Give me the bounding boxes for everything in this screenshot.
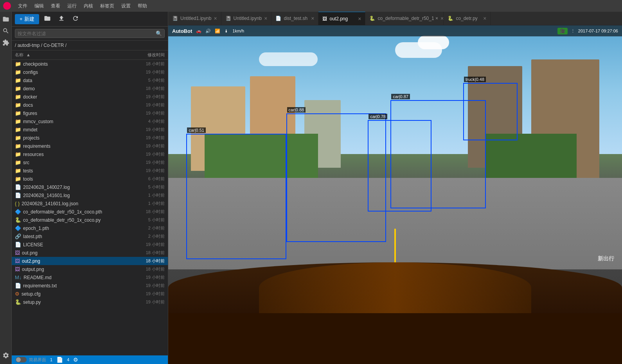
menu-tabs[interactable]: 标签页 xyxy=(97,1,117,11)
simple-mode-toggle[interactable]: 简易界面 xyxy=(16,357,46,363)
det-label-car4: car|0.87 xyxy=(391,94,410,99)
menu-help[interactable]: 帮助 xyxy=(135,1,150,11)
tab-item[interactable]: 📓 Untitled1.ipynb × xyxy=(168,12,221,25)
file-item[interactable]: 🖼 out2.png 18 小时前 xyxy=(12,257,168,265)
refresh-button[interactable] xyxy=(70,13,81,25)
file-item[interactable]: 🐍 co_deformable_detr_r50_1x_coco.py 5 小时… xyxy=(12,216,168,224)
tab-item[interactable]: 🐍 co_detr.py × xyxy=(444,12,491,25)
file-item[interactable]: 📁 configs 19 小时前 xyxy=(12,68,168,76)
name-column-header[interactable]: 名称 ▲ xyxy=(15,52,129,58)
file-type-icon: 🖼 xyxy=(15,258,20,264)
menu-edit[interactable]: 编辑 xyxy=(31,1,47,11)
new-button[interactable]: + 新建 xyxy=(15,14,39,24)
file-time: 19 小时前 xyxy=(133,143,165,149)
file-item[interactable]: 📁 requirements 19 小时前 xyxy=(12,142,168,150)
file-type-icon: 📄 xyxy=(15,192,21,198)
file-item[interactable]: 🔷 co_deformable_detr_r50_1x_coco.pth 18 … xyxy=(12,208,168,216)
file-time: 19 小时前 xyxy=(133,299,165,305)
file-item[interactable]: 📁 figures 19 小时前 xyxy=(12,109,168,117)
file-type-icon: 📁 xyxy=(15,102,21,108)
file-item[interactable]: 🔗 latest.pth 2 小时前 xyxy=(12,232,168,240)
left-sidebar xyxy=(0,12,12,364)
file-time: 19 小时前 xyxy=(133,102,165,108)
menu-file[interactable]: 文件 xyxy=(15,1,31,11)
tab-close-button[interactable]: × xyxy=(483,15,486,22)
file-item[interactable]: 📄 20240628_140027.log 5 小时前 xyxy=(12,183,168,191)
file-item[interactable]: 🖼 output.png 18 小时前 xyxy=(12,265,168,273)
file-time: 1 小时前 xyxy=(133,201,165,206)
file-name: out2.png xyxy=(22,258,131,264)
tab-close-button[interactable]: × xyxy=(440,15,444,22)
file-type-icon: 📁 xyxy=(15,77,21,83)
file-item[interactable]: 📁 checkpoints 18 小时前 xyxy=(12,60,168,68)
tab-type-icon: 📓 xyxy=(225,16,231,21)
file-name: 20240628_141601.log.json xyxy=(22,201,131,206)
file-type-icon: 📁 xyxy=(15,94,21,100)
file-type-icon: 🔷 xyxy=(15,209,21,215)
file-item[interactable]: { } 20240628_141601.log.json 1 小时前 xyxy=(12,199,168,208)
wifi-icon: 📶 xyxy=(215,29,220,34)
file-name: requirements.txt xyxy=(23,283,131,289)
sidebar-toolbar: + 新建 xyxy=(12,12,168,27)
tab-label: Untitled1.ipynb xyxy=(180,16,211,21)
file-item[interactable]: 🔷 epoch_1.pth 2 小时前 xyxy=(12,224,168,232)
file-name: checkpoints xyxy=(23,61,131,67)
menu-kernel[interactable]: 内核 xyxy=(81,1,96,11)
file-type-icon: 📄 xyxy=(15,283,21,289)
search-input-wrap[interactable]: 🔍 xyxy=(15,29,165,38)
tab-item[interactable]: 📄 dist_test.sh × xyxy=(271,12,318,25)
file-item[interactable]: 📄 LICENSE 19 小时前 xyxy=(12,240,168,249)
file-item[interactable]: 📁 demo 18 小时前 xyxy=(12,84,168,93)
file-item[interactable]: 🖼 out.png 18 小时前 xyxy=(12,249,168,257)
file-item[interactable]: 📁 resources 19 小时前 xyxy=(12,150,168,158)
file-item[interactable]: 📄 20240628_141601.log 1 小时前 xyxy=(12,191,168,199)
file-item[interactable]: 📁 projects 19 小时前 xyxy=(12,134,168,142)
tab-close-button[interactable]: × xyxy=(358,16,361,22)
app-logo xyxy=(3,2,11,10)
extensions-icon[interactable] xyxy=(0,37,11,48)
file-item[interactable]: 📁 mmdet 19 小时前 xyxy=(12,126,168,134)
file-time: 18 小时前 xyxy=(133,61,165,67)
menu-run[interactable]: 运行 xyxy=(64,1,80,11)
file-item[interactable]: M↓ README.md 19 小时前 xyxy=(12,273,168,282)
search-sidebar-icon[interactable] xyxy=(0,25,11,36)
file-time: 19 小时前 xyxy=(133,135,165,141)
file-item[interactable]: 📁 tests 19 小时前 xyxy=(12,167,168,175)
file-type-icon: 📁 xyxy=(15,69,21,75)
file-type-icon: 📁 xyxy=(15,168,21,174)
settings-status-icon[interactable]: ⚙ xyxy=(73,357,78,363)
file-time: 18 小时前 xyxy=(133,209,165,215)
tab-label: Untitled.ipynb xyxy=(234,16,262,21)
file-type-icon: { } xyxy=(15,201,20,206)
file-time: 19 小时前 xyxy=(133,151,165,157)
search-input[interactable] xyxy=(18,31,156,36)
file-item[interactable]: 📄 requirements.txt 19 小时前 xyxy=(12,282,168,290)
file-item[interactable]: 📁 tools 6 小时前 xyxy=(12,175,168,183)
toggle-switch[interactable] xyxy=(16,357,27,362)
file-time: 19 小时前 xyxy=(133,274,165,280)
files-icon[interactable] xyxy=(0,14,11,25)
file-item[interactable]: ⚙ setup.cfg 19 小时前 xyxy=(12,290,168,298)
file-item[interactable]: 📁 data 5 小时前 xyxy=(12,76,168,84)
file-item[interactable]: 📁 docs 19 小时前 xyxy=(12,101,168,109)
tab-item[interactable]: 🖼 out2.png × xyxy=(318,12,365,25)
tab-item[interactable]: 🐍 co_deformable_detr_r50_1 × × xyxy=(365,12,444,25)
file-item[interactable]: 🐍 setup.py 19 小时前 xyxy=(12,298,168,306)
folder-upload-button[interactable] xyxy=(41,13,53,25)
file-list-header: 名称 ▲ 修改时间 xyxy=(12,50,168,60)
upload-button[interactable] xyxy=(56,13,67,25)
tab-item[interactable]: 📓 Untitled.ipynb × xyxy=(221,12,272,25)
search-icon: 🔍 xyxy=(156,30,162,36)
file-item[interactable]: 📁 mmcv_custom 4 小时前 xyxy=(12,117,168,126)
menu-view[interactable]: 查看 xyxy=(48,1,63,11)
file-name: mmcv_custom xyxy=(23,119,131,124)
file-item[interactable]: 📁 docker 19 小时前 xyxy=(12,93,168,101)
tab-close-button[interactable]: × xyxy=(214,15,217,22)
file-name: figures xyxy=(23,111,131,116)
tab-close-button[interactable]: × xyxy=(311,15,314,22)
settings-icon[interactable] xyxy=(0,350,11,361)
menu-settings[interactable]: 设置 xyxy=(118,1,134,11)
tab-close-button[interactable]: × xyxy=(264,15,267,22)
file-item[interactable]: 📁 src 19 小时前 xyxy=(12,158,168,167)
file-name: LICENSE xyxy=(23,242,131,247)
